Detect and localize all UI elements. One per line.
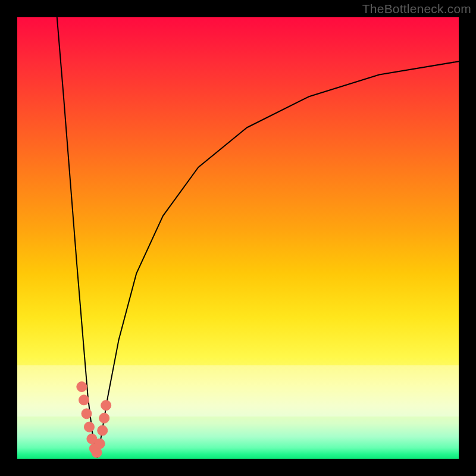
marker-point: [92, 447, 102, 458]
marker-point: [89, 443, 99, 453]
plot-area: [17, 17, 459, 459]
curve-right-branch: [97, 61, 459, 458]
marker-point: [87, 434, 97, 444]
chart-svg: [17, 17, 459, 459]
marker-point: [95, 439, 105, 449]
marker-point: [99, 413, 109, 423]
series-group: [57, 17, 459, 458]
marker-point: [101, 400, 111, 411]
marker-point: [82, 409, 92, 419]
marker-point: [98, 425, 108, 436]
marker-point: [77, 382, 87, 392]
marker-point: [84, 422, 94, 432]
highlight-band: [17, 365, 459, 416]
chart-frame: TheBottleneck.com: [0, 0, 476, 476]
marker-group: [77, 382, 111, 458]
curve-left-branch: [57, 17, 98, 458]
marker-point: [79, 395, 89, 405]
watermark-text: TheBottleneck.com: [362, 2, 471, 16]
